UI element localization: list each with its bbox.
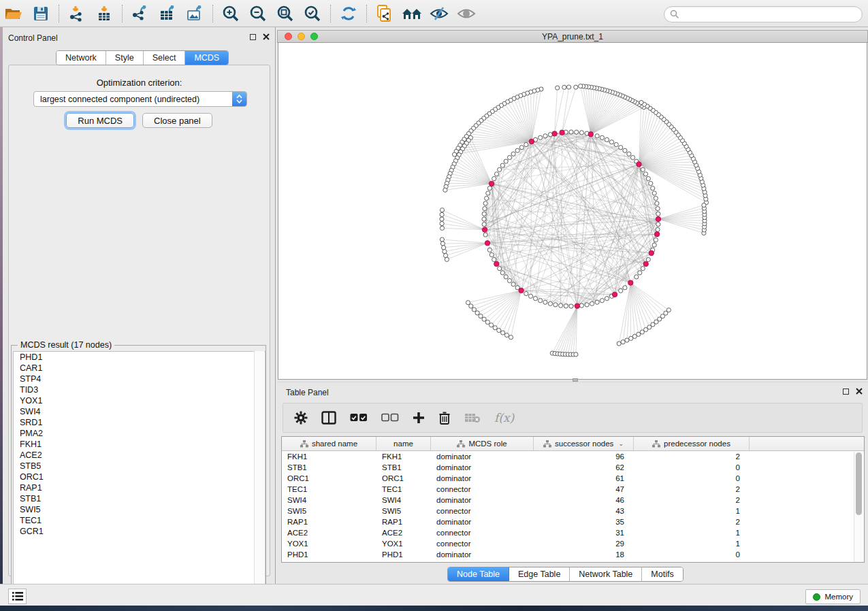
network-leaf-node[interactable] — [666, 308, 671, 312]
network-node[interactable] — [543, 300, 547, 304]
network-node[interactable] — [579, 303, 583, 308]
network-node[interactable] — [652, 191, 656, 195]
network-node[interactable] — [498, 167, 502, 171]
mcds-result-item[interactable]: SWI5 — [14, 504, 265, 515]
mcds-hub-node[interactable] — [637, 162, 641, 167]
network-node[interactable] — [654, 238, 658, 242]
tab-mcds[interactable]: MCDS — [185, 51, 228, 65]
close-panel-icon[interactable] — [263, 33, 270, 40]
network-node[interactable] — [656, 212, 660, 216]
network-leaf-node[interactable] — [440, 217, 444, 221]
network-node[interactable] — [539, 299, 543, 303]
table-scrollbar[interactable] — [854, 452, 863, 563]
network-node[interactable] — [627, 152, 631, 156]
mcds-result-list[interactable]: PHD1CAR1STP4TID3YOX1SWI4SRD1PMA2FKH1ACE2… — [13, 351, 266, 598]
delete-table-button[interactable] — [464, 412, 481, 423]
network-node[interactable] — [492, 176, 496, 180]
network-canvas[interactable] — [278, 43, 867, 380]
network-node[interactable] — [630, 155, 634, 159]
network-leaf-node[interactable] — [440, 208, 444, 212]
network-node[interactable] — [515, 148, 519, 152]
mcds-result-item[interactable]: PHD1 — [14, 352, 265, 363]
zoom-selected-button[interactable] — [301, 3, 324, 24]
close-panel-icon[interactable] — [856, 388, 863, 395]
mcds-hub-node[interactable] — [588, 132, 593, 137]
network-leaf-node[interactable] — [702, 203, 706, 207]
network-node[interactable] — [595, 300, 599, 304]
network-node[interactable] — [487, 186, 492, 191]
open-file-button[interactable] — [2, 3, 25, 24]
mcds-result-item[interactable]: PMA2 — [14, 428, 265, 439]
unselect-all-columns-button[interactable] — [381, 413, 399, 423]
network-node[interactable] — [483, 201, 487, 205]
network-node[interactable] — [654, 196, 658, 200]
float-panel-icon[interactable] — [843, 389, 849, 395]
network-node[interactable] — [543, 134, 547, 138]
network-node[interactable] — [569, 130, 573, 134]
network-node[interactable] — [559, 303, 563, 308]
network-leaf-node[interactable] — [440, 237, 444, 242]
table-row[interactable]: YOX1YOX1connector291 — [282, 538, 864, 549]
network-node[interactable] — [498, 267, 502, 271]
network-node[interactable] — [656, 207, 660, 211]
mcds-result-item[interactable]: STB5 — [14, 461, 265, 472]
network-node[interactable] — [605, 297, 609, 301]
network-node[interactable] — [614, 142, 618, 146]
table-row[interactable]: ORC1ORC1dominator610 — [282, 473, 864, 484]
save-session-button[interactable] — [29, 3, 52, 24]
network-node[interactable] — [539, 135, 543, 139]
mcds-result-item[interactable]: RAP1 — [14, 482, 265, 493]
mcds-hub-node[interactable] — [643, 261, 648, 266]
network-leaf-node[interactable] — [469, 304, 473, 308]
mcds-hub-node[interactable] — [649, 250, 654, 255]
network-node[interactable] — [638, 271, 642, 275]
network-node[interactable] — [646, 257, 650, 261]
network-node[interactable] — [579, 131, 583, 135]
show-graphics-details-button[interactable] — [455, 3, 478, 24]
mcds-hub-node[interactable] — [654, 232, 659, 237]
mcds-hub-node[interactable] — [552, 131, 557, 136]
network-leaf-node[interactable] — [625, 338, 629, 342]
mcds-result-item[interactable]: YOX1 — [14, 395, 265, 406]
mcds-hub-node[interactable] — [628, 280, 633, 285]
network-node[interactable] — [619, 288, 623, 293]
mcds-hub-node[interactable] — [560, 130, 564, 135]
memory-button[interactable]: Memory — [805, 589, 861, 604]
network-node[interactable] — [500, 163, 504, 167]
network-node[interactable] — [483, 207, 487, 211]
mcds-result-item[interactable]: STB1 — [14, 493, 265, 504]
network-node[interactable] — [528, 294, 532, 298]
network-node[interactable] — [489, 252, 494, 257]
network-node[interactable] — [524, 142, 528, 146]
column-header-shared-name[interactable]: shared name — [282, 437, 376, 450]
network-leaf-node[interactable] — [485, 320, 489, 324]
network-leaf-node[interactable] — [479, 314, 483, 318]
network-node[interactable] — [641, 267, 645, 271]
mcds-result-item[interactable]: ACE2 — [14, 450, 265, 461]
mcds-hub-node[interactable] — [519, 288, 524, 293]
run-mcds-button[interactable]: Run MCDS — [66, 113, 134, 128]
network-node[interactable] — [655, 201, 659, 205]
mcds-hub-node[interactable] — [485, 241, 489, 246]
network-leaf-node[interactable] — [567, 85, 571, 89]
search-box[interactable] — [664, 6, 863, 22]
network-node[interactable] — [485, 196, 489, 200]
network-leaf-node[interactable] — [475, 311, 479, 315]
network-node[interactable] — [511, 282, 515, 286]
table-row[interactable]: RAP1RAP1dominator352 — [282, 516, 864, 527]
network-node[interactable] — [600, 299, 604, 303]
search-input[interactable] — [679, 10, 850, 19]
network-node[interactable] — [482, 222, 486, 227]
close-panel-button[interactable]: Close panel — [142, 113, 212, 128]
network-leaf-node[interactable] — [489, 323, 494, 327]
network-leaf-node[interactable] — [621, 340, 625, 344]
network-leaf-node[interactable] — [440, 226, 444, 230]
network-node[interactable] — [651, 186, 655, 191]
tab-network-table[interactable]: Network Table — [570, 567, 642, 581]
duplicate-network-button[interactable] — [373, 3, 396, 24]
table-row[interactable]: SWI4SWI4dominator462 — [282, 495, 864, 506]
network-node[interactable] — [641, 167, 645, 171]
network-node[interactable] — [511, 152, 515, 156]
network-node[interactable] — [507, 278, 511, 282]
network-node[interactable] — [643, 172, 647, 176]
